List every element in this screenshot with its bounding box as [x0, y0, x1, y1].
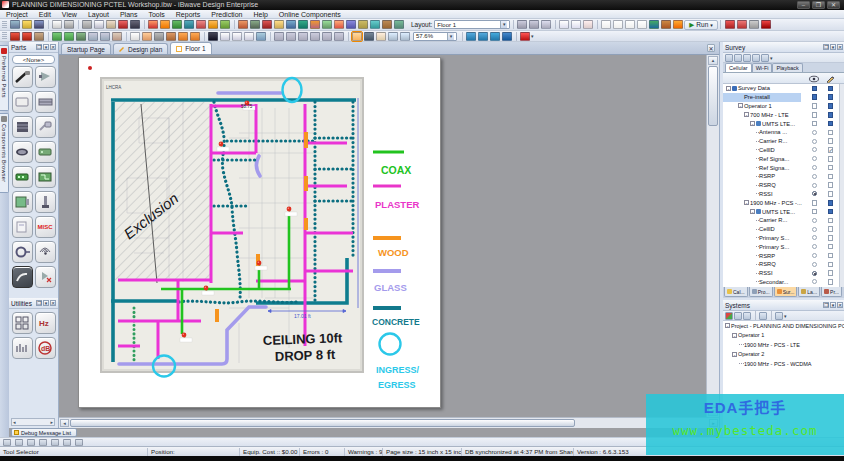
edit-cell[interactable] — [823, 138, 838, 144]
scroll-left-arrow[interactable]: ◂ — [60, 419, 69, 427]
menu-tools[interactable]: Tools — [148, 11, 164, 18]
survey-tool-icon[interactable] — [761, 54, 769, 62]
survey-tree-row[interactable]: Primary S... — [723, 242, 844, 251]
survey-tool-icon[interactable] — [734, 54, 742, 62]
survey-tool-3-icon[interactable] — [172, 20, 182, 29]
person-icon[interactable] — [142, 32, 152, 41]
polygon-tool-icon[interactable] — [232, 32, 242, 41]
pin-icon[interactable]: ▾ — [830, 44, 836, 50]
visibility-cell[interactable] — [807, 174, 822, 179]
close-icon[interactable]: ✕ — [837, 44, 843, 50]
delete-icon[interactable] — [118, 20, 128, 29]
tree-expand-icon[interactable]: - — [750, 209, 755, 214]
boxes-icon[interactable] — [154, 32, 164, 41]
survey-tree-row[interactable]: Carrier R... — [723, 137, 844, 146]
tree-expand-icon[interactable]: - — [750, 121, 755, 126]
pin-icon[interactable]: ▾ — [830, 302, 836, 308]
survey-tool-icon[interactable] — [743, 54, 751, 62]
pages-icon[interactable] — [541, 20, 551, 29]
channel-grid-utility-button[interactable] — [12, 312, 33, 334]
edit-cell[interactable] — [823, 279, 838, 285]
visibility-cell[interactable] — [807, 279, 822, 284]
survey-tool-1-icon[interactable] — [148, 20, 158, 29]
cut-icon[interactable] — [82, 20, 92, 29]
tab-startup-page[interactable]: Startup Page — [61, 43, 111, 54]
systems-tree-row[interactable]: -Operator 1 — [723, 331, 844, 341]
edit-cell[interactable] — [823, 218, 838, 224]
horn-antenna-part-button[interactable] — [35, 66, 56, 88]
layout-select[interactable]: Floor 1▾ — [434, 20, 510, 29]
align-top-icon[interactable] — [310, 32, 320, 41]
status-tool-4-icon[interactable] — [39, 439, 47, 446]
dock-icon[interactable]: ❐ — [36, 300, 42, 306]
stairs-icon[interactable] — [178, 32, 188, 41]
scroll-thumb[interactable] — [708, 66, 718, 126]
line-tool-icon[interactable] — [208, 32, 218, 41]
transfer-icon[interactable] — [661, 20, 671, 29]
dock-tab-cal[interactable]: Cal... — [724, 287, 748, 297]
annotate-8-icon[interactable] — [322, 20, 332, 29]
zoom-level-select[interactable]: 57.6%▾ — [413, 32, 457, 41]
survey-tab-cellular[interactable]: Cellular — [725, 63, 752, 72]
survey-tree-row[interactable]: -Survey Data — [723, 84, 844, 93]
annotate-12-icon[interactable] — [370, 20, 380, 29]
systems-tool-icon[interactable] — [759, 312, 767, 320]
annotate-3-icon[interactable] — [262, 20, 272, 29]
fit-view-icon[interactable] — [725, 20, 735, 29]
systems-tool-icon[interactable] — [743, 312, 751, 320]
grid-large-icon[interactable] — [100, 32, 110, 41]
switch-part-button[interactable] — [12, 166, 33, 188]
select-cursor-icon[interactable] — [559, 20, 569, 29]
maximize-button[interactable]: ❐ — [812, 1, 825, 9]
text-tool-icon[interactable] — [244, 32, 254, 41]
survey-tree-row[interactable]: Ref Signa... — [723, 154, 844, 163]
close-icon[interactable]: ✕ — [50, 300, 56, 306]
visibility-cell[interactable] — [807, 103, 822, 109]
annotate-6-icon[interactable] — [298, 20, 308, 29]
edit-cell[interactable] — [823, 147, 838, 153]
edit-cell[interactable] — [823, 226, 838, 232]
page-export-icon[interactable] — [637, 20, 647, 29]
page-import-icon[interactable] — [625, 20, 635, 29]
annotate-5-icon[interactable] — [286, 20, 296, 29]
dock-tab-la[interactable]: La... — [798, 287, 820, 297]
visibility-cell[interactable] — [807, 165, 822, 170]
db-utility-button[interactable]: dB — [35, 337, 56, 359]
jumper-cable-part-button[interactable] — [12, 66, 33, 88]
tree-expand-icon[interactable]: - — [744, 200, 749, 205]
unlink-icon[interactable] — [529, 20, 539, 29]
status-tool-1-icon[interactable] — [3, 439, 11, 446]
status-tool-7-icon[interactable] — [75, 439, 83, 446]
survey-tree-row[interactable]: -Pre-install — [723, 93, 844, 102]
circuit-part-button[interactable] — [35, 166, 56, 188]
align-center-icon[interactable] — [286, 32, 296, 41]
survey-tree-scrollbar[interactable] — [839, 84, 844, 287]
survey-tab-playback[interactable]: Playback — [772, 63, 802, 72]
print-icon[interactable] — [64, 20, 74, 29]
edit-cell[interactable] — [823, 182, 838, 188]
align-left-icon[interactable] — [274, 32, 284, 41]
view-table-icon[interactable] — [478, 32, 488, 41]
survey-tree-row[interactable]: -1900 MHz - PCS -... — [723, 198, 844, 207]
survey-tree-row[interactable]: CellID — [723, 225, 844, 234]
open-icon[interactable] — [22, 20, 32, 29]
systems-tool-icon[interactable] — [725, 312, 733, 320]
tree-expand-icon[interactable]: - — [725, 323, 730, 328]
pin-icon[interactable]: ▾ — [43, 44, 49, 50]
rf-waves-part-button[interactable] — [35, 241, 56, 263]
menu-edit[interactable]: Edit — [39, 11, 51, 18]
systems-tree-row[interactable]: 1900 MHz - PCS - LTE — [723, 340, 844, 350]
vertical-tab-components-browser[interactable]: Components Browser — [0, 113, 9, 193]
rect-tool-icon[interactable] — [220, 32, 230, 41]
minimize-button[interactable]: – — [797, 1, 810, 9]
tab-floor-1[interactable]: Floor 1 — [170, 42, 211, 54]
pole-antenna-part-button[interactable] — [35, 191, 56, 213]
antenna-x-part-button[interactable] — [35, 266, 56, 288]
dock-icon[interactable]: ❐ — [823, 44, 829, 50]
dock-icon[interactable]: ❐ — [36, 44, 42, 50]
visibility-cell[interactable] — [807, 271, 822, 276]
remove-icon[interactable] — [737, 20, 747, 29]
new-icon[interactable] — [10, 20, 20, 29]
edit-cell[interactable] — [823, 156, 838, 162]
menu-layout[interactable]: Layout — [88, 11, 109, 18]
